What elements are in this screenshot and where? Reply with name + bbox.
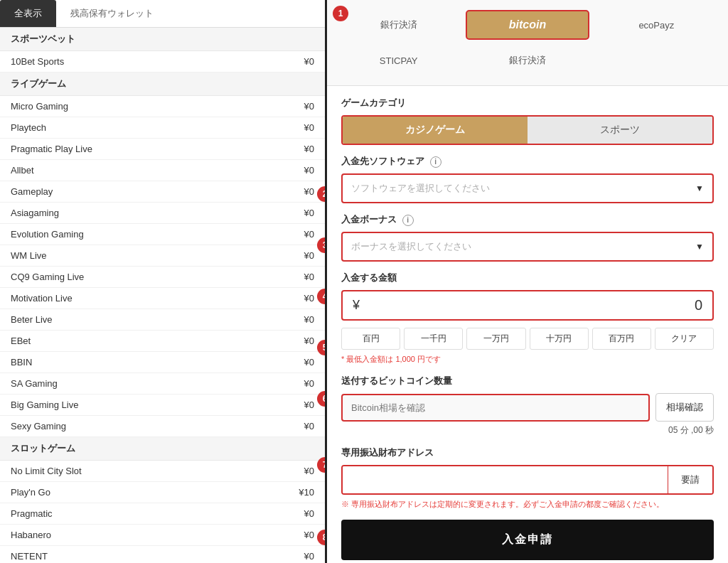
wallet-input[interactable]: [343, 466, 662, 493]
list-item[interactable]: Pragmatic Play Live¥0: [0, 139, 325, 160]
list-item[interactable]: No Limit City Slot¥0: [0, 461, 325, 482]
payment-bank1-label: 銀行決済: [380, 18, 417, 31]
item-name: Big Gaming Live: [11, 400, 78, 410]
software-select[interactable]: ソフトウェアを選択してください ▼: [341, 173, 714, 203]
list-item[interactable]: Motivation Live¥0: [0, 288, 325, 309]
payment-bank2[interactable]: 銀行決済: [466, 45, 589, 75]
tab-all[interactable]: 全表示: [0, 0, 56, 27]
right-panel: 1 銀行決済 bitcoin ecoPayz STICPAY 銀行決済 ゲームカ…: [327, 0, 728, 563]
list-item[interactable]: CQ9 Gaming Live¥0: [0, 267, 325, 288]
item-name: CQ9 Gaming Live: [11, 272, 84, 282]
list-item[interactable]: Habanero¥0: [0, 525, 325, 546]
list-item[interactable]: Gameplay¥0: [0, 181, 325, 203]
tab-wallet[interactable]: 残高保有ウォレット: [56, 0, 168, 27]
item-name: Allbet: [11, 165, 34, 176]
item-value: ¥0: [304, 56, 314, 67]
exchange-button[interactable]: 相場確認: [655, 393, 714, 422]
item-name: Gameplay: [11, 186, 53, 197]
item-value: ¥0: [304, 530, 314, 540]
live-section-wrapper: ライブゲーム Micro Gaming¥0Playtech¥0Pragmatic…: [0, 73, 325, 437]
item-name: WM Live: [11, 250, 47, 261]
amount-input-wrap: ¥: [341, 290, 714, 321]
list-item[interactable]: Beter Live¥0: [0, 309, 325, 331]
quick-100000[interactable]: 十万円: [530, 328, 589, 350]
section-live: ライブゲーム: [0, 73, 325, 96]
section-slot: スロットゲーム: [0, 437, 325, 461]
item-value: ¥0: [304, 250, 314, 261]
list-item[interactable]: 10Bet Sports¥0: [0, 51, 325, 73]
item-value: ¥0: [304, 186, 314, 197]
list-item[interactable]: Playtech¥0: [0, 117, 325, 139]
bitcoin-label: 送付するビットコイン数量: [341, 375, 714, 387]
min-note: 最低入金額は 1,000 円です: [341, 354, 714, 365]
tab-sports[interactable]: スポーツ: [528, 117, 712, 144]
item-name: Playtech: [11, 122, 46, 133]
item-value: ¥0: [304, 378, 314, 389]
bonus-select[interactable]: ボーナスを選択してください ▼: [341, 232, 714, 262]
clear-button[interactable]: クリア: [655, 328, 714, 350]
item-value: ¥0: [304, 272, 314, 282]
quick-10000[interactable]: 一万円: [466, 328, 525, 350]
slot-list: No Limit City Slot¥0Play'n Go¥10Pragmati…: [0, 461, 325, 563]
item-name: Pragmatic Play Live: [11, 144, 92, 154]
list-item[interactable]: Micro Gaming¥0: [0, 96, 325, 117]
item-name: Evolution Gaming: [11, 229, 84, 240]
sports-list: 10Bet Sports¥0: [0, 51, 325, 73]
item-name: Motivation Live: [11, 293, 73, 304]
item-value: ¥0: [304, 357, 314, 368]
item-value: ¥0: [304, 466, 314, 476]
left-panel: 全表示 残高保有ウォレット スポーツベット 10Bet Sports¥0 ライブ…: [0, 0, 327, 563]
payment-ecopayz-label: ecoPayz: [638, 20, 674, 31]
amount-input[interactable]: [365, 297, 702, 313]
list-item[interactable]: Sexy Gaming¥0: [0, 416, 325, 437]
list-item[interactable]: Play'n Go¥10: [0, 482, 325, 503]
item-value: ¥0: [304, 336, 314, 346]
list-item[interactable]: SA Gaming¥0: [0, 373, 325, 395]
timer-text: 05 分 ,00 秒: [341, 424, 714, 436]
item-name: No Limit City Slot: [11, 466, 82, 476]
list-item[interactable]: EBet¥0: [0, 331, 325, 352]
item-value: ¥0: [304, 101, 314, 112]
payment-ecopayz[interactable]: ecoPayz: [595, 10, 718, 40]
bitcoin-input[interactable]: [341, 394, 650, 422]
payment-step-1: 1: [333, 6, 348, 21]
item-name: Pragmatic: [11, 508, 53, 519]
list-item[interactable]: Pragmatic¥0: [0, 503, 325, 525]
item-name: 10Bet Sports: [11, 56, 64, 67]
payment-bitcoin[interactable]: bitcoin: [466, 10, 589, 40]
item-name: Asiagaming: [11, 208, 59, 218]
list-item[interactable]: BBIN¥0: [0, 352, 325, 373]
tab-casino[interactable]: カジノゲーム: [343, 117, 528, 144]
item-value: ¥0: [304, 208, 314, 218]
software-label: 入金先ソフトウェア i: [341, 155, 714, 168]
item-name: Beter Live: [11, 314, 53, 325]
payment-bank2-label: 銀行決済: [509, 54, 546, 67]
submit-button[interactable]: 入金申請: [341, 520, 714, 560]
list-item[interactable]: Allbet¥0: [0, 160, 325, 181]
list-item[interactable]: NETENT¥0: [0, 546, 325, 563]
item-value: ¥0: [304, 508, 314, 519]
item-value: ¥0: [304, 122, 314, 133]
bonus-label: 入金ボーナス i: [341, 213, 714, 226]
quick-100[interactable]: 百円: [341, 328, 400, 350]
software-arrow-icon: ▼: [695, 183, 704, 193]
item-name: Micro Gaming: [11, 101, 68, 112]
payment-methods: 1 銀行決済 bitcoin ecoPayz STICPAY 銀行決済: [327, 0, 728, 86]
quick-1000[interactable]: 一千円: [404, 328, 463, 350]
list-item[interactable]: Evolution Gaming¥0: [0, 224, 325, 245]
bonus-info-icon[interactable]: i: [402, 215, 414, 226]
item-value: ¥0: [304, 421, 314, 431]
list-item[interactable]: WM Live¥0: [0, 245, 325, 267]
item-value: ¥0: [304, 144, 314, 154]
list-item[interactable]: Asiagaming¥0: [0, 203, 325, 224]
request-button[interactable]: 要請: [668, 466, 712, 493]
quick-1000000[interactable]: 百万円: [592, 328, 651, 350]
payment-bank1[interactable]: 1 銀行決済: [337, 10, 460, 40]
bitcoin-amount-wrap: 相場確認: [341, 393, 714, 422]
payment-sticpay[interactable]: STICPAY: [337, 45, 460, 75]
list-item[interactable]: Big Gaming Live¥0: [0, 395, 325, 416]
item-value: ¥0: [304, 165, 314, 176]
software-info-icon[interactable]: i: [430, 156, 441, 168]
item-name: Habanero: [11, 530, 51, 540]
item-name: BBIN: [11, 357, 32, 368]
